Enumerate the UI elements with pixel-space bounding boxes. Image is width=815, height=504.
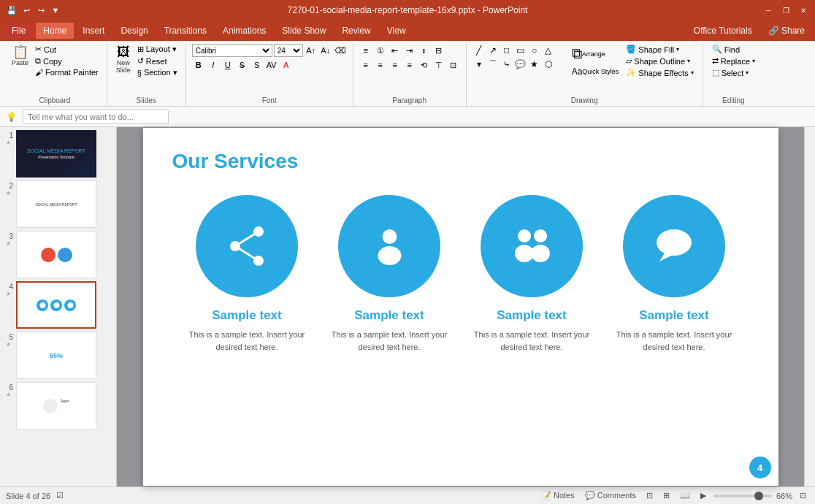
shape-fill-icon: 🪣 [626,45,636,54]
shape-curve[interactable]: ⌒ [486,58,500,71]
bold-button[interactable]: B [192,58,205,72]
quick-styles-label: Quick Styles [582,68,619,75]
smart-art-button[interactable]: ⊟ [432,44,445,57]
slideshow-button[interactable]: ▶ [697,490,709,501]
shape-effects-button[interactable]: ✨ Shape Effects ▾ [623,67,696,78]
menu-home[interactable]: Home [36,23,74,39]
fit-window-button[interactable]: ⊡ [797,490,809,501]
menu-office-tutorials[interactable]: Office Tutorials [686,23,759,39]
underline-button[interactable]: U [221,58,234,72]
slide-title: Our Services [172,150,749,173]
shape-line[interactable]: ╱ [472,44,486,57]
slide-thumb-2[interactable]: 2 ★ SOCIAL MEDIA REPORT [3,180,113,228]
cut-button[interactable]: ✂Cut [33,44,101,55]
menu-animations[interactable]: Animations [215,23,273,39]
replace-icon: ⇄ [712,56,719,66]
minimize-button[interactable]: ─ [762,4,774,16]
zoom-slider[interactable] [713,495,772,497]
select-button[interactable]: ⬚ Select ▾ [709,67,758,78]
section-button[interactable]: §Section ▾ [135,67,180,78]
shapes-palette: ╱ ↗ □ ▭ ○ △ ▾ ⌒ ⤷ 💬 ★ ⬡ [472,44,567,71]
copy-icon: ⧉ [35,56,41,66]
shape-fill-button[interactable]: 🪣 Shape Fill ▾ [623,44,696,55]
align-right-button[interactable]: ≡ [389,58,402,72]
reading-view-button[interactable]: 📖 [677,490,693,501]
slide-img-3 [16,231,96,278]
text-direction-button[interactable]: ⟲ [418,58,431,72]
slide-star-3: ★ [6,240,11,247]
convert-smartart-button[interactable]: ⊡ [447,58,460,72]
shape-rect[interactable]: □ [500,44,513,57]
slide-thumb-3[interactable]: 3 ★ [3,231,113,278]
restore-button[interactable]: ❐ [780,4,792,16]
shape-star[interactable]: ★ [528,58,541,71]
slide-thumb-1[interactable]: 1 ★ SOCIAL MEDIA REPORT Presentation Tem… [3,130,113,177]
new-slide-button[interactable]: 🖼 NewSlide [113,44,134,75]
font-increase-button[interactable]: A↑ [305,44,318,57]
service-title-4: Sample text [639,308,708,323]
clear-format-button[interactable]: ⌫ [334,44,347,57]
undo-icon[interactable]: ↩ [20,4,32,16]
align-left-button[interactable]: ≡ [359,58,372,72]
comments-button[interactable]: 💬 Comments [582,490,639,501]
reset-button[interactable]: ↺Reset [135,56,180,66]
font-size-select[interactable]: 24 [274,44,303,57]
shape-rounded[interactable]: ▭ [514,44,527,57]
increase-indent-button[interactable]: ⇥ [403,44,416,57]
slide-thumb-5[interactable]: 5 ★ 65% [3,332,113,379]
quick-styles-button[interactable]: Aa Quick Styles [569,65,622,78]
align-text-button[interactable]: ⊤ [432,58,445,72]
replace-button[interactable]: ⇄ Replace ▾ [709,56,758,66]
menu-share[interactable]: 🔗 Share [761,23,812,39]
slide-img-2: SOCIAL MEDIA REPORT [16,180,96,228]
numbering-button[interactable]: ① [374,44,387,57]
shape-oval[interactable]: ○ [528,44,541,57]
shadow-button[interactable]: S [250,58,264,72]
paste-button[interactable]: 📋 Paste [9,44,31,68]
right-scrollbar[interactable] [804,127,815,486]
shape-outline-label: Shape Outline [634,57,685,66]
menu-design[interactable]: Design [113,23,155,39]
tell-me-bar: 💡 [0,107,815,127]
redo-icon[interactable]: ↪ [35,4,47,16]
tell-me-input[interactable] [23,110,169,124]
decrease-indent-button[interactable]: ⇤ [389,44,402,57]
align-center-button[interactable]: ≡ [374,58,387,72]
font-color-button[interactable]: A [280,58,293,72]
font-decrease-button[interactable]: A↓ [319,44,332,57]
shape-outline-button[interactable]: ▱ Shape Outline ▾ [623,56,696,66]
strikethrough-button[interactable]: S̶ [236,58,249,72]
menu-review[interactable]: Review [334,23,378,39]
menu-file[interactable]: File [3,23,34,39]
copy-button[interactable]: ⧉Copy [33,56,101,66]
shape-tri[interactable]: △ [542,44,555,57]
layout-button[interactable]: ⊞Layout ▾ [135,44,180,55]
italic-button[interactable]: I [207,58,220,72]
arrange-button[interactable]: ⧉ Arrange [569,44,622,64]
menu-slideshow[interactable]: Slide Show [275,23,333,39]
columns-button[interactable]: ⫾ [418,44,431,57]
shape-action[interactable]: ⬡ [542,58,555,71]
save-icon[interactable]: 💾 [6,4,18,16]
menu-insert[interactable]: Insert [75,23,112,39]
bullets-button[interactable]: ≡ [359,44,372,57]
service-title-2: Sample text [354,308,424,323]
shape-connector[interactable]: ⤷ [500,58,513,71]
justify-button[interactable]: ≡ [403,58,416,72]
close-button[interactable]: ✕ [797,4,809,16]
slide-thumb-6[interactable]: 6 ★ Team [3,382,113,429]
menu-view[interactable]: View [380,23,413,39]
format-painter-button[interactable]: 🖌Format Painter [33,67,101,77]
shape-more[interactable]: ▾ [472,58,486,71]
slide-sorter-button[interactable]: ⊞ [660,490,673,501]
customize-icon[interactable]: ▼ [50,4,61,16]
slide-thumb-4[interactable]: 4 ★ ⬤ ⬤ ⬤ [3,281,113,329]
font-name-select[interactable]: Calibri [192,44,272,57]
shape-callout[interactable]: 💬 [514,58,527,71]
normal-view-button[interactable]: ⊡ [643,490,656,501]
char-spacing-button[interactable]: AV [265,58,278,72]
notes-button[interactable]: 📝 Notes [538,490,578,501]
shape-arrow[interactable]: ↗ [486,44,500,57]
menu-transitions[interactable]: Transitions [157,23,214,39]
find-button[interactable]: 🔍 Find [709,44,758,55]
